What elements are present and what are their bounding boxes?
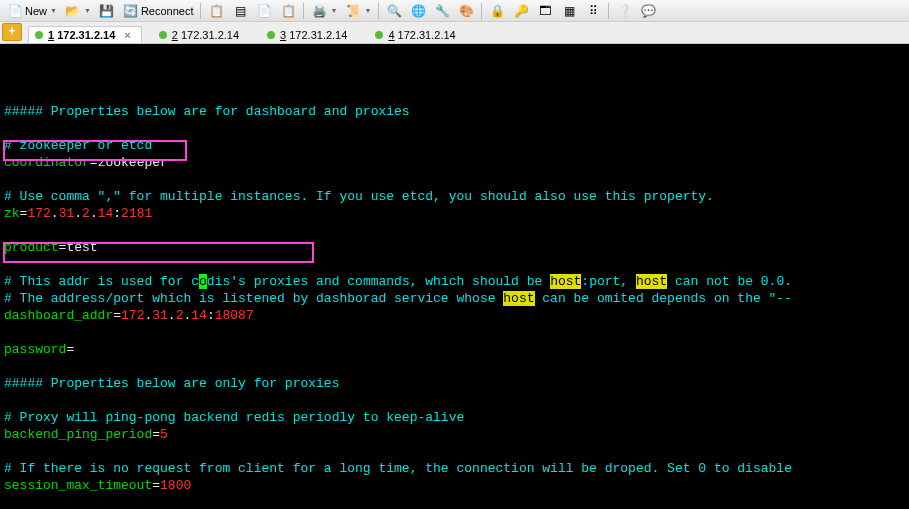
clipboard-button[interactable]: 📋 <box>277 2 299 20</box>
term-line: # The address/port which is listened by … <box>4 291 503 306</box>
term-line: can be omited depends on the "-- <box>535 291 792 306</box>
cfg-val: 5 <box>160 427 168 442</box>
tab-session-3[interactable]: 3 172.31.2.14 <box>260 26 358 43</box>
colon: : <box>207 308 215 323</box>
key-icon: 🔑 <box>513 3 529 19</box>
grid-icon: ▦ <box>561 3 577 19</box>
cfg-key: password <box>4 342 66 357</box>
colon: : <box>113 206 121 221</box>
dot: . <box>90 206 98 221</box>
status-dot-icon <box>375 31 383 39</box>
term-line: ##### Properties below are only for prox… <box>4 376 339 391</box>
terminal-output[interactable]: ##### Properties below are for dashboard… <box>0 44 909 509</box>
tab-ip: 172.31.2.14 <box>289 29 347 41</box>
help-icon: ❔ <box>616 3 632 19</box>
paste-icon: 📄 <box>256 3 272 19</box>
main-toolbar: 📄 New ▼ 📂▼ 💾 🔄 Reconnect 📋 ▤ 📄 📋 🖨️▼ 📜▼ … <box>0 0 909 22</box>
tools-button[interactable]: 🔧 <box>431 2 453 20</box>
save-button[interactable]: 💾 <box>96 2 118 20</box>
help-button[interactable]: ❔ <box>613 2 635 20</box>
printer-icon: 🖨️ <box>311 3 327 19</box>
close-tab-button[interactable]: × <box>124 29 130 41</box>
cursor: o <box>199 274 207 289</box>
copy-button[interactable]: 📋 <box>205 2 227 20</box>
chat-icon: 💬 <box>640 3 656 19</box>
cfg-key: session_max_timeout <box>4 478 152 493</box>
eq: = <box>152 478 160 493</box>
chat-button[interactable]: 💬 <box>637 2 659 20</box>
dot: . <box>74 206 82 221</box>
dot: . <box>168 308 176 323</box>
select-all-button[interactable]: ▤ <box>229 2 251 20</box>
reconnect-button[interactable]: 🔄 Reconnect <box>120 2 197 20</box>
new-button[interactable]: 📄 New ▼ <box>4 2 60 20</box>
eq: = <box>152 427 160 442</box>
folder-open-icon: 📂 <box>65 3 81 19</box>
dots-icon: ⠿ <box>585 3 601 19</box>
tab-ip: 172.31.2.14 <box>181 29 239 41</box>
term-line: # This addr is used for c <box>4 274 199 289</box>
find-button[interactable]: 🔍 <box>383 2 405 20</box>
session-tabbar: + 1 172.31.2.14 × 2 172.31.2.14 3 172.31… <box>0 22 909 44</box>
wrench-icon: 🔧 <box>434 3 450 19</box>
dot: . <box>51 206 59 221</box>
session-button[interactable]: 🗔 <box>534 2 556 20</box>
print-button[interactable]: 🖨️▼ <box>308 2 340 20</box>
http-icon: 📜 <box>345 3 361 19</box>
divider <box>378 3 379 19</box>
cfg-val: test <box>66 240 97 255</box>
term-line: # Proxy will ping-pong backend redis per… <box>4 410 464 425</box>
eq: = <box>66 342 74 357</box>
term-line: :port, <box>581 274 636 289</box>
dotgrid-button[interactable]: ⠿ <box>582 2 604 20</box>
divider <box>608 3 609 19</box>
search-highlight: host <box>636 274 667 289</box>
globe-button[interactable]: 🌐 <box>407 2 429 20</box>
status-dot-icon <box>267 31 275 39</box>
cfg-key: product <box>4 240 59 255</box>
eq: = <box>90 155 98 170</box>
ip-oct: 172 <box>121 308 144 323</box>
term-line: # If there is no request from client for… <box>4 461 792 476</box>
chevron-down-icon: ▼ <box>84 3 91 19</box>
term-line: # Use comma "," for multiple instances. … <box>4 189 714 204</box>
key-button[interactable]: 🔑 <box>510 2 532 20</box>
ip-oct: 172 <box>27 206 50 221</box>
port: 18087 <box>215 308 254 323</box>
tab-number: 2 <box>172 29 178 41</box>
recent-button[interactable]: 📜▼ <box>342 2 374 20</box>
tab-session-4[interactable]: 4 172.31.2.14 <box>368 26 466 43</box>
tab-session-2[interactable]: 2 172.31.2.14 <box>152 26 250 43</box>
open-button[interactable]: 📂▼ <box>62 2 94 20</box>
ip-oct: 31 <box>152 308 168 323</box>
search-highlight: host <box>550 274 581 289</box>
paste-button[interactable]: 📄 <box>253 2 275 20</box>
grid-button[interactable]: ▦ <box>558 2 580 20</box>
window-icon: 🗔 <box>537 3 553 19</box>
tab-session-1[interactable]: 1 172.31.2.14 × <box>28 26 142 43</box>
floppy-icon: 💾 <box>99 3 115 19</box>
chevron-down-icon: ▼ <box>50 3 57 19</box>
search-highlight: host <box>503 291 534 306</box>
lock-button[interactable]: 🔒 <box>486 2 508 20</box>
new-file-icon: 📄 <box>7 3 23 19</box>
chevron-down-icon: ▼ <box>364 3 371 19</box>
ip-oct: 14 <box>191 308 207 323</box>
paint-button[interactable]: 🎨 <box>455 2 477 20</box>
tab-number: 1 <box>48 29 54 41</box>
term-line: dis's proxies and commands, which should… <box>207 274 550 289</box>
tab-number: 3 <box>280 29 286 41</box>
search-icon: 🔍 <box>386 3 402 19</box>
ip-oct: 2 <box>82 206 90 221</box>
globe-icon: 🌐 <box>410 3 426 19</box>
chevron-down-icon: ▼ <box>330 3 337 19</box>
cfg-key: backend_ping_period <box>4 427 152 442</box>
status-dot-icon <box>159 31 167 39</box>
tab-ip: 172.31.2.14 <box>398 29 456 41</box>
add-tab-button[interactable]: + <box>2 23 22 41</box>
eq: = <box>113 308 121 323</box>
cfg-val: 1800 <box>160 478 191 493</box>
palette-icon: 🎨 <box>458 3 474 19</box>
new-label: New <box>25 3 47 19</box>
status-dot-icon <box>35 31 43 39</box>
